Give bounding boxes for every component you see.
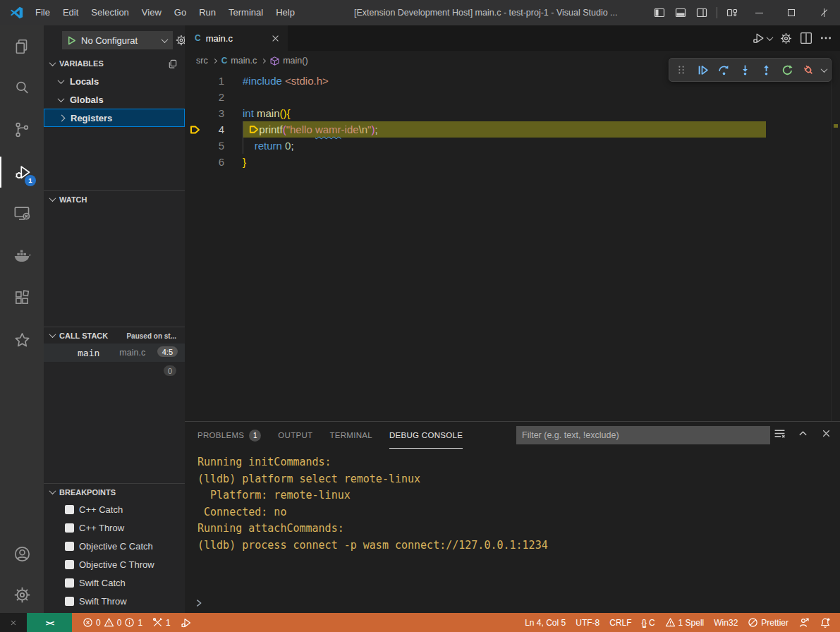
maximize-panel-icon[interactable] (796, 426, 810, 440)
tab-close-icon[interactable] (269, 32, 281, 44)
scope-locals[interactable]: Locals (44, 72, 185, 90)
toggle-panel-icon[interactable] (670, 0, 691, 25)
checkbox-unchecked[interactable] (65, 597, 74, 606)
restart-icon[interactable] (778, 61, 796, 79)
extensions-icon[interactable] (0, 282, 44, 313)
scope-registers[interactable]: Registers (44, 109, 185, 127)
breakpoints-section-header[interactable]: BREAKPOINTS (44, 483, 185, 500)
tab-problems[interactable]: PROBLEMS 1 (197, 422, 261, 449)
chevron-down-icon[interactable] (821, 66, 828, 73)
breadcrumb-folder[interactable]: src (196, 56, 208, 66)
code-line-6[interactable]: 6} (185, 154, 840, 170)
debug-settings-gear-icon[interactable] (175, 34, 185, 47)
run-and-debug-icon[interactable]: 1 (0, 157, 44, 188)
stack-frame-row[interactable]: main main.c 4:5 (44, 344, 185, 362)
breakpoint-row[interactable]: C++ Throw (44, 518, 185, 537)
remote-indicator[interactable]: >< (27, 613, 72, 632)
search-icon[interactable] (0, 72, 44, 103)
star-extension-icon[interactable] (0, 324, 44, 356)
watch-section-header[interactable]: WATCH (44, 190, 185, 207)
drag-grip-icon[interactable] (672, 61, 690, 79)
language-mode[interactable]: {̰̰} C (637, 613, 660, 632)
menu-view[interactable]: View (135, 0, 168, 25)
account-icon[interactable] (0, 538, 44, 569)
code-editor[interactable]: 1#include <stdio.h>23int main(){4 printf… (185, 71, 840, 421)
checkbox-unchecked[interactable] (65, 505, 74, 514)
console-input[interactable] (185, 595, 840, 612)
clear-console-icon[interactable] (772, 426, 786, 440)
code-line-2[interactable]: 2 (185, 89, 840, 105)
minimize-button[interactable] (743, 0, 775, 25)
debug-config-dropdown[interactable]: No Configurat (62, 31, 173, 49)
problems-status[interactable]: 0 0 1 (78, 613, 147, 632)
menu-terminal[interactable]: Terminal (222, 0, 269, 25)
menu-selection[interactable]: Selection (85, 0, 135, 25)
console-filter-input[interactable] (516, 426, 770, 444)
tab-main-c[interactable]: C main.c (185, 25, 288, 51)
docker-icon[interactable] (0, 240, 44, 271)
settings-gear-icon[interactable] (0, 579, 44, 610)
checkbox-unchecked[interactable] (65, 578, 74, 588)
step-out-icon[interactable] (757, 61, 775, 79)
menu-go[interactable]: Go (168, 0, 193, 25)
tab-output[interactable]: OUTPUT (278, 422, 312, 449)
menu-edit[interactable]: Edit (56, 0, 85, 25)
breakpoint-row[interactable]: Objective C Catch (44, 537, 185, 555)
checkbox-unchecked[interactable] (65, 523, 74, 533)
scope-globals[interactable]: Globals (44, 90, 185, 109)
notifications-status[interactable] (815, 613, 836, 632)
toggle-secondary-sidebar-icon[interactable] (691, 0, 712, 25)
glyph-margin[interactable] (185, 73, 205, 89)
step-over-icon[interactable] (714, 61, 733, 79)
more-actions-icon[interactable] (817, 29, 834, 47)
editor-settings-gear-icon[interactable] (777, 29, 795, 47)
menu-help[interactable]: Help (269, 0, 301, 25)
glyph-margin[interactable] (185, 105, 205, 121)
tab-terminal[interactable]: TERMINAL (329, 422, 372, 449)
encoding-indicator[interactable]: UTF-8 (571, 613, 604, 632)
split-editor-icon[interactable] (798, 29, 815, 47)
breakpoint-row[interactable]: Swift Catch (44, 573, 185, 592)
maximize-button[interactable] (775, 0, 808, 25)
menu-file[interactable]: File (29, 0, 56, 25)
feedback-status[interactable] (793, 613, 815, 632)
continue-icon[interactable] (693, 61, 712, 79)
breakpoint-row[interactable]: C++ Catch (44, 500, 185, 518)
glyph-margin[interactable] (185, 138, 205, 154)
breakpoint-row[interactable]: Objective C Throw (44, 555, 185, 573)
explorer-icon[interactable] (0, 31, 44, 62)
source-control-icon[interactable] (0, 114, 44, 145)
code-line-5[interactable]: 5 return 0; (185, 138, 840, 154)
close-panel-icon[interactable] (819, 426, 833, 440)
glyph-margin[interactable] (185, 89, 205, 105)
spell-checker-status[interactable]: 1 Spell (660, 613, 710, 632)
ports-status[interactable]: 1 (147, 613, 176, 632)
disconnect-icon[interactable] (799, 61, 817, 79)
tab-debug-console[interactable]: DEBUG CONSOLE (389, 422, 463, 449)
close-button[interactable] (808, 0, 840, 25)
eol-indicator[interactable]: CRLF (604, 613, 636, 632)
step-into-icon[interactable] (736, 61, 754, 79)
checkbox-unchecked[interactable] (65, 542, 74, 551)
menu-run[interactable]: Run (193, 0, 222, 25)
breakpoint-row[interactable]: Swift Throw (44, 592, 185, 610)
debug-session-row[interactable]: 0 (44, 362, 185, 382)
run-or-debug-icon[interactable] (750, 29, 774, 47)
platform-indicator[interactable]: Win32 (709, 613, 743, 632)
customize-layout-icon[interactable] (722, 0, 743, 25)
checkbox-unchecked[interactable] (65, 560, 74, 569)
breadcrumb-symbol[interactable]: main() (283, 56, 308, 66)
call-stack-section-header[interactable]: CALL STACK Paused on st... (44, 327, 185, 344)
copy-icon[interactable] (167, 59, 178, 69)
remote-explorer-icon[interactable] (0, 198, 44, 229)
overview-ruler[interactable] (831, 71, 840, 421)
breadcrumb-file[interactable]: main.c (231, 56, 257, 66)
debug-session-status[interactable] (176, 613, 197, 632)
code-line-3[interactable]: 3int main(){ (185, 105, 840, 121)
toggle-sidebar-icon[interactable] (649, 0, 670, 25)
cursor-position[interactable]: Ln 4, Col 5 (520, 613, 571, 632)
glyph-margin[interactable] (185, 121, 205, 138)
code-line-4[interactable]: 4 printf("hello wamr-ide\n"); (185, 121, 840, 138)
glyph-margin[interactable] (185, 154, 205, 170)
variables-section-header[interactable]: VARIABLES (44, 55, 185, 72)
